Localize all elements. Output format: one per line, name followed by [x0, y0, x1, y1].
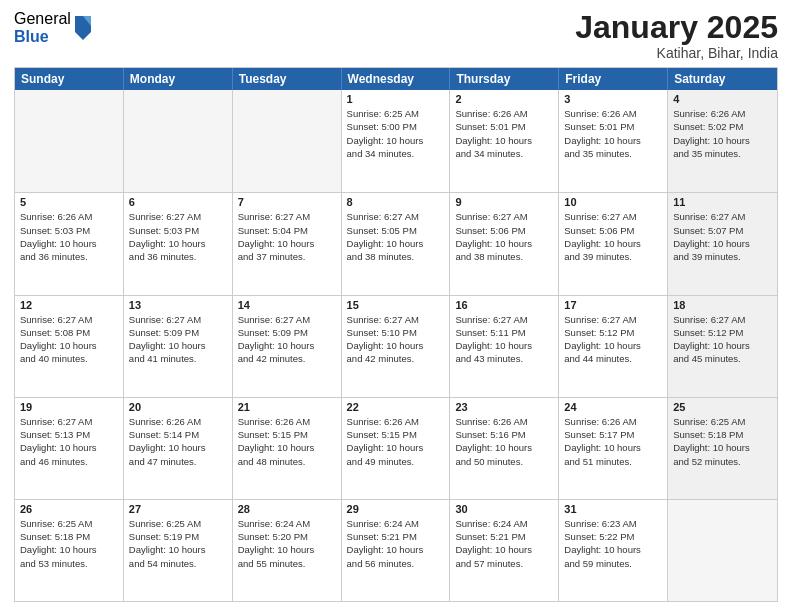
logo-general: General [14, 10, 71, 28]
header-friday: Friday [559, 68, 668, 90]
cell-3-1: 12Sunrise: 6:27 AMSunset: 5:08 PMDayligh… [15, 296, 124, 397]
cell-line: Daylight: 10 hours [129, 339, 227, 352]
cell-line: Sunrise: 6:26 AM [564, 107, 662, 120]
week-5: 26Sunrise: 6:25 AMSunset: 5:18 PMDayligh… [15, 499, 777, 601]
cell-line: Daylight: 10 hours [238, 441, 336, 454]
week-4: 19Sunrise: 6:27 AMSunset: 5:13 PMDayligh… [15, 397, 777, 499]
cell-line: Daylight: 10 hours [564, 543, 662, 556]
cell-line: Sunset: 5:06 PM [455, 224, 553, 237]
cell-line: Sunset: 5:15 PM [238, 428, 336, 441]
day-number: 22 [347, 401, 445, 413]
cell-line: and 39 minutes. [673, 250, 772, 263]
day-number: 31 [564, 503, 662, 515]
cell-line: Sunset: 5:18 PM [20, 530, 118, 543]
month-title: January 2025 [575, 10, 778, 45]
cell-line: and 45 minutes. [673, 352, 772, 365]
cell-2-2: 6Sunrise: 6:27 AMSunset: 5:03 PMDaylight… [124, 193, 233, 294]
cell-line: Sunset: 5:02 PM [673, 120, 772, 133]
cell-4-5: 23Sunrise: 6:26 AMSunset: 5:16 PMDayligh… [450, 398, 559, 499]
cell-4-1: 19Sunrise: 6:27 AMSunset: 5:13 PMDayligh… [15, 398, 124, 499]
cell-4-7: 25Sunrise: 6:25 AMSunset: 5:18 PMDayligh… [668, 398, 777, 499]
day-number: 12 [20, 299, 118, 311]
cell-2-4: 8Sunrise: 6:27 AMSunset: 5:05 PMDaylight… [342, 193, 451, 294]
cell-line: Sunset: 5:03 PM [20, 224, 118, 237]
cell-line: and 51 minutes. [564, 455, 662, 468]
cell-3-3: 14Sunrise: 6:27 AMSunset: 5:09 PMDayligh… [233, 296, 342, 397]
cell-line: Sunset: 5:22 PM [564, 530, 662, 543]
cell-5-7 [668, 500, 777, 601]
cell-line: Sunset: 5:04 PM [238, 224, 336, 237]
cell-line: Sunset: 5:14 PM [129, 428, 227, 441]
cell-line: Sunset: 5:21 PM [347, 530, 445, 543]
logo-icon [73, 12, 93, 40]
cell-line: Sunrise: 6:24 AM [347, 517, 445, 530]
cell-line: Sunset: 5:09 PM [129, 326, 227, 339]
cell-line: and 41 minutes. [129, 352, 227, 365]
cell-line: Sunrise: 6:27 AM [564, 210, 662, 223]
cell-3-2: 13Sunrise: 6:27 AMSunset: 5:09 PMDayligh… [124, 296, 233, 397]
title-block: January 2025 Katihar, Bihar, India [575, 10, 778, 61]
cell-line: Sunrise: 6:27 AM [129, 313, 227, 326]
cell-line: Sunset: 5:06 PM [564, 224, 662, 237]
cell-line: and 46 minutes. [20, 455, 118, 468]
cell-line: Sunrise: 6:27 AM [20, 415, 118, 428]
cell-1-3 [233, 90, 342, 192]
cell-line: Daylight: 10 hours [129, 543, 227, 556]
day-number: 27 [129, 503, 227, 515]
cell-1-6: 3Sunrise: 6:26 AMSunset: 5:01 PMDaylight… [559, 90, 668, 192]
header-tuesday: Tuesday [233, 68, 342, 90]
cell-line: Sunrise: 6:26 AM [347, 415, 445, 428]
cell-line: Sunset: 5:19 PM [129, 530, 227, 543]
cell-line: and 42 minutes. [347, 352, 445, 365]
cell-line: Daylight: 10 hours [238, 543, 336, 556]
cell-line: Sunrise: 6:26 AM [20, 210, 118, 223]
cell-4-6: 24Sunrise: 6:26 AMSunset: 5:17 PMDayligh… [559, 398, 668, 499]
cell-line: and 38 minutes. [455, 250, 553, 263]
day-number: 3 [564, 93, 662, 105]
cell-4-3: 21Sunrise: 6:26 AMSunset: 5:15 PMDayligh… [233, 398, 342, 499]
cell-line: and 36 minutes. [129, 250, 227, 263]
cell-line: Sunrise: 6:26 AM [455, 107, 553, 120]
cell-line: Sunrise: 6:25 AM [129, 517, 227, 530]
cell-line: Sunrise: 6:27 AM [347, 313, 445, 326]
cell-line: Daylight: 10 hours [238, 237, 336, 250]
cell-1-2 [124, 90, 233, 192]
cell-5-1: 26Sunrise: 6:25 AMSunset: 5:18 PMDayligh… [15, 500, 124, 601]
cell-line: Sunset: 5:12 PM [564, 326, 662, 339]
logo-text: General Blue [14, 10, 71, 45]
cell-line: Sunset: 5:15 PM [347, 428, 445, 441]
cell-line: Daylight: 10 hours [673, 237, 772, 250]
day-number: 29 [347, 503, 445, 515]
cell-line: Daylight: 10 hours [20, 237, 118, 250]
cell-line: and 57 minutes. [455, 557, 553, 570]
cell-3-5: 16Sunrise: 6:27 AMSunset: 5:11 PMDayligh… [450, 296, 559, 397]
day-number: 23 [455, 401, 553, 413]
cell-5-3: 28Sunrise: 6:24 AMSunset: 5:20 PMDayligh… [233, 500, 342, 601]
cell-line: Daylight: 10 hours [20, 543, 118, 556]
cell-line: and 35 minutes. [564, 147, 662, 160]
cell-3-7: 18Sunrise: 6:27 AMSunset: 5:12 PMDayligh… [668, 296, 777, 397]
cell-line: Sunrise: 6:26 AM [673, 107, 772, 120]
cell-line: Daylight: 10 hours [238, 339, 336, 352]
cell-5-2: 27Sunrise: 6:25 AMSunset: 5:19 PMDayligh… [124, 500, 233, 601]
cell-line: Sunrise: 6:26 AM [129, 415, 227, 428]
cell-line: Sunset: 5:11 PM [455, 326, 553, 339]
day-number: 20 [129, 401, 227, 413]
day-number: 9 [455, 196, 553, 208]
cell-5-4: 29Sunrise: 6:24 AMSunset: 5:21 PMDayligh… [342, 500, 451, 601]
cell-line: Daylight: 10 hours [129, 237, 227, 250]
cell-line: and 38 minutes. [347, 250, 445, 263]
day-number: 13 [129, 299, 227, 311]
cell-2-1: 5Sunrise: 6:26 AMSunset: 5:03 PMDaylight… [15, 193, 124, 294]
cell-line: Daylight: 10 hours [564, 339, 662, 352]
cell-line: and 43 minutes. [455, 352, 553, 365]
cell-5-5: 30Sunrise: 6:24 AMSunset: 5:21 PMDayligh… [450, 500, 559, 601]
cell-2-5: 9Sunrise: 6:27 AMSunset: 5:06 PMDaylight… [450, 193, 559, 294]
cell-line: Daylight: 10 hours [347, 134, 445, 147]
calendar-body: 1Sunrise: 6:25 AMSunset: 5:00 PMDaylight… [15, 90, 777, 601]
week-1: 1Sunrise: 6:25 AMSunset: 5:00 PMDaylight… [15, 90, 777, 192]
day-number: 5 [20, 196, 118, 208]
day-number: 21 [238, 401, 336, 413]
cell-line: Sunrise: 6:27 AM [673, 313, 772, 326]
cell-line: and 47 minutes. [129, 455, 227, 468]
